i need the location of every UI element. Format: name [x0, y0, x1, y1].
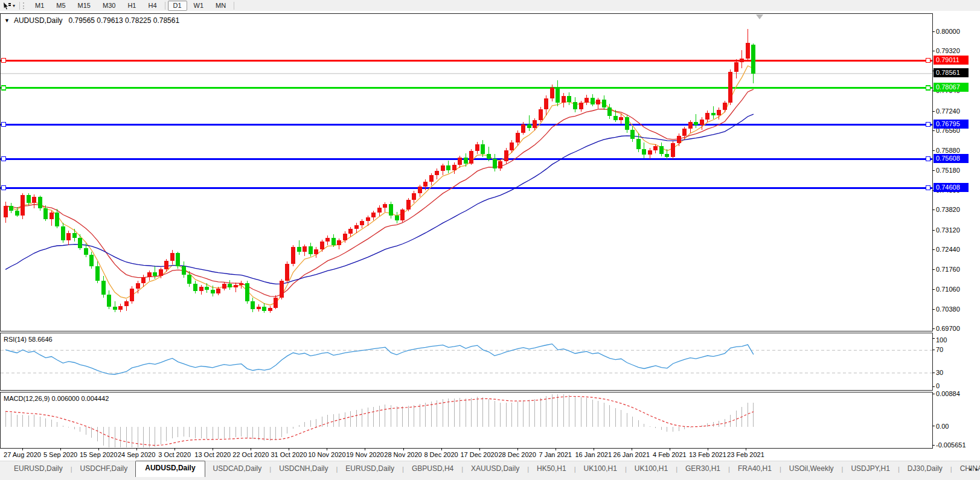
- scroll-tabs-right-icon[interactable]: ▸: [975, 466, 978, 472]
- candle-body: [21, 195, 25, 215]
- scroll-tabs-left-icon[interactable]: ◂: [969, 466, 972, 472]
- candle-body: [481, 144, 485, 154]
- price-axis-value: 0.70380: [936, 306, 960, 313]
- tab-usdchf-daily[interactable]: USDCHF,Daily: [72, 462, 136, 477]
- main-price-pane[interactable]: [0, 13, 933, 331]
- rsi-axis-value: 100: [936, 336, 947, 344]
- candle-body: [671, 143, 675, 156]
- candle-body: [740, 59, 744, 62]
- date-axis-value: 7 Jan 2021: [539, 451, 571, 458]
- chevron-down-icon[interactable]: ▾: [13, 3, 15, 8]
- date-axis-tick: [670, 448, 670, 450]
- line-handle-icon[interactable]: [2, 86, 6, 90]
- candle-body: [653, 146, 658, 150]
- tab-audusd-daily[interactable]: AUDUSD,Daily: [135, 461, 205, 477]
- line-handle-icon[interactable]: [926, 186, 930, 190]
- date-axis-tick: [365, 448, 365, 450]
- tab-usdcnh-daily[interactable]: USDCNH,Daily: [271, 462, 336, 477]
- candle-body: [55, 213, 59, 226]
- timeframe-button-m5[interactable]: M5: [51, 1, 71, 11]
- line-handle-icon[interactable]: [926, 157, 930, 161]
- candle-body: [464, 158, 468, 164]
- tab-fra40-h1[interactable]: FRA40,H1: [730, 462, 780, 477]
- date-axis-tick: [479, 448, 480, 450]
- candle-body: [441, 165, 445, 171]
- macd-pane[interactable]: [0, 392, 933, 449]
- rsi-pane[interactable]: [0, 333, 933, 391]
- candle-body: [101, 281, 106, 295]
- candle-body: [579, 103, 583, 109]
- date-axis-value: 13 Oct 2020: [194, 451, 231, 458]
- line-handle-icon[interactable]: [2, 157, 6, 161]
- candle-body: [251, 301, 255, 309]
- candle-body: [498, 161, 502, 168]
- macd-axis-value: 0.00884: [936, 390, 960, 398]
- candle-body: [630, 130, 635, 139]
- tab-usdjpy-h1[interactable]: USDJPY,H1: [843, 462, 897, 477]
- tab-xauusd-daily[interactable]: XAUUSD,Daily: [463, 462, 527, 477]
- line-handle-icon[interactable]: [926, 86, 930, 90]
- chart-shift-marker-icon[interactable]: [756, 14, 763, 19]
- tab-uk100-h1[interactable]: UK100,H1: [576, 462, 625, 477]
- chart-ohlc-values: 0.79565 0.79613 0.78225 0.78561: [69, 16, 180, 25]
- tab-gbpusd-h4[interactable]: GBPUSD,H4: [404, 462, 461, 477]
- line-handle-icon[interactable]: [2, 123, 6, 127]
- line-handle-icon[interactable]: [2, 186, 6, 190]
- candle-body: [193, 284, 197, 291]
- timeframe-button-m1[interactable]: M1: [30, 1, 50, 11]
- date-axis-value: 5 Sep 2020: [43, 451, 77, 458]
- candle-body: [705, 113, 709, 120]
- line-handle-icon[interactable]: [926, 59, 930, 63]
- tab-eurusd-daily[interactable]: EURUSD,Daily: [338, 462, 402, 477]
- candle-body: [596, 100, 600, 104]
- tab-ger30-h1[interactable]: GER30,H1: [677, 462, 728, 477]
- tab-dj30-daily[interactable]: DJ30,Daily: [900, 462, 950, 477]
- rsi-axis-tick: [932, 373, 935, 373]
- price-axis-value: 0.71760: [936, 266, 960, 274]
- candle-body: [423, 182, 428, 187]
- timeframe-button-h1[interactable]: H1: [122, 1, 141, 11]
- moving-average-slow: [5, 114, 754, 284]
- price-badge: 0.76795: [934, 120, 969, 129]
- timeframe-button-d1[interactable]: D1: [168, 1, 187, 11]
- date-axis-tick: [556, 448, 556, 450]
- timeframe-button-mn[interactable]: MN: [210, 1, 231, 11]
- date-axis-tick: [213, 448, 213, 450]
- price-axis-tick: [932, 150, 935, 151]
- price-axis-tick: [932, 249, 935, 250]
- candle-body: [337, 240, 341, 245]
- macd-label: MACD(12,26,9) 0.006000 0.004442: [4, 395, 109, 402]
- candle-body: [130, 289, 134, 301]
- tab-hk50-h1[interactable]: HK50,H1: [529, 462, 574, 477]
- candle-body: [418, 187, 422, 193]
- candle-body: [613, 116, 618, 120]
- collapse-arrow-icon[interactable]: ▼: [4, 18, 10, 24]
- line-handle-icon[interactable]: [2, 59, 6, 63]
- toolbar-grip[interactable]: [23, 2, 26, 9]
- date-axis-tick: [251, 448, 251, 450]
- candle-body: [320, 242, 324, 249]
- candle-body: [274, 298, 278, 308]
- date-axis-tick: [708, 448, 708, 450]
- candle-body: [371, 213, 376, 217]
- candle-body: [544, 98, 548, 109]
- toolbar-divider: [234, 2, 234, 10]
- candle-body: [297, 247, 301, 251]
- timeframe-button-m15[interactable]: M15: [72, 1, 96, 11]
- macd-axis-value: 0.00: [936, 423, 949, 430]
- tab-usdcad-daily[interactable]: USDCAD,Daily: [205, 462, 270, 477]
- tab-uk100-h1[interactable]: UK100,H1: [627, 462, 676, 477]
- rsi-label: RSI(14) 58.6646: [4, 336, 53, 343]
- price-axis-value: 0.72440: [936, 246, 960, 254]
- candle-body: [458, 158, 462, 165]
- candle-body: [636, 139, 641, 149]
- tab-usoil-weekly[interactable]: USOil,Weekly: [781, 462, 842, 477]
- hline-layer[interactable]: [1, 60, 932, 188]
- chart-cursor-icon[interactable]: [2, 2, 11, 10]
- rsi-line: [5, 344, 754, 374]
- timeframe-button-m30[interactable]: M30: [97, 1, 121, 11]
- tab-eurusd-daily[interactable]: EURUSD,Daily: [6, 462, 71, 477]
- timeframe-button-h4[interactable]: H4: [143, 1, 162, 11]
- line-handle-icon[interactable]: [926, 123, 930, 127]
- timeframe-button-w1[interactable]: W1: [188, 1, 210, 11]
